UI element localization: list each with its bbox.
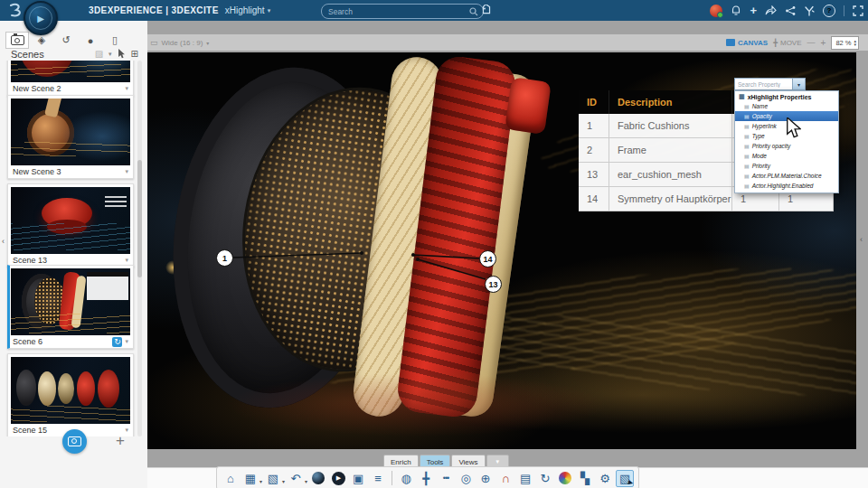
share-forward-icon[interactable]	[765, 5, 777, 15]
tag-icon[interactable]	[480, 5, 492, 16]
dropdown-item[interactable]: ▤Priority opacity	[735, 141, 838, 151]
spinner-arrows[interactable]: ▴ ▾	[854, 39, 856, 46]
scene-card[interactable]: Scene 15 ▾	[7, 353, 134, 436]
dropdown-item[interactable]: ▤Actor.Highlight.Enabled	[735, 181, 838, 191]
callout-hotspot[interactable]: 1	[216, 249, 233, 267]
play-icon: ▶	[332, 472, 345, 485]
grid-view-icon[interactable]: ⊞	[131, 49, 138, 59]
tab-environment[interactable]: ●	[79, 32, 102, 49]
rotate-object-button[interactable]: ↻	[536, 470, 554, 487]
header-actions: + ?	[710, 0, 863, 21]
help-icon[interactable]: ?	[823, 5, 835, 17]
scrollbar-thumb[interactable]	[137, 160, 142, 277]
render-sphere-button[interactable]	[309, 470, 327, 487]
aspect-ratio-control[interactable]: ▭ Wide (16 : 9) ▾	[150, 38, 209, 47]
tab-storyboard[interactable]: ▯	[103, 32, 127, 49]
item-label: Priority	[752, 163, 770, 169]
scene-card-selected[interactable]: Scene 6 ↻ ▾	[7, 265, 134, 349]
image-placeholder-icon[interactable]: ▨	[95, 49, 103, 59]
grid-plane-button[interactable]: ▤	[516, 470, 534, 487]
dropdown-button[interactable]: ▾	[792, 79, 805, 89]
tab-scenes-camera[interactable]	[5, 32, 29, 49]
callout-number: 1	[222, 254, 227, 263]
add-scene-button[interactable]: +	[116, 432, 125, 450]
scene-thumbnail[interactable]	[11, 268, 130, 335]
app-switcher[interactable]: xHighlight ▾	[225, 5, 270, 15]
save-menu-caret[interactable]: ▾	[259, 478, 262, 484]
zoom-level-spinner[interactable]: 82 % ▴ ▾	[831, 36, 859, 50]
manipulator-button[interactable]: ╋	[417, 470, 435, 487]
scene-thumbnail[interactable]	[11, 61, 130, 82]
item-label: Actor.Highlight.Enabled	[752, 183, 814, 189]
share-nodes-icon[interactable]	[785, 5, 796, 16]
play-button[interactable]: ▶	[329, 470, 347, 487]
chevron-down-icon[interactable]: ▾	[125, 168, 128, 175]
property-search-input[interactable]	[735, 79, 792, 89]
chevron-down-icon[interactable]: ▾	[125, 85, 128, 92]
search-input[interactable]	[326, 6, 469, 17]
scenes-scrollbar[interactable]	[137, 61, 142, 436]
chevron-down-icon[interactable]: ▾	[125, 427, 128, 434]
dropdown-item[interactable]: ▤Actor.PLM.Material.Choice	[735, 171, 838, 181]
spin-down-icon[interactable]: ▾	[854, 42, 856, 46]
undo-button[interactable]: ↶	[287, 470, 305, 487]
image-export-button[interactable]: ▣	[349, 470, 367, 487]
tab-history[interactable]: ↺	[54, 32, 78, 49]
scene-card[interactable]: New Scene 2 ▾	[7, 61, 134, 96]
canvas-mode-button[interactable]: CANVAS	[726, 39, 768, 47]
scene-label-row[interactable]: New Scene 2 ▾	[11, 82, 130, 95]
chevron-down-icon[interactable]: ▾	[108, 51, 112, 58]
undo-menu-caret[interactable]: ▾	[305, 478, 307, 484]
zoom-in-button[interactable]: +	[821, 38, 826, 48]
dropdown-item[interactable]: ▤Mode	[735, 151, 838, 161]
swym-community-icon[interactable]	[804, 5, 815, 16]
item-label: Hyperlink	[752, 123, 777, 129]
target-button[interactable]: ◎	[457, 470, 475, 487]
search-icon[interactable]	[469, 7, 478, 16]
home-button[interactable]: ⌂	[222, 470, 240, 487]
scene-thumbnail[interactable]	[11, 357, 130, 424]
move-label: MOVE	[780, 39, 802, 47]
fullscreen-icon[interactable]	[853, 5, 863, 16]
scene-card[interactable]: Scene 13 ▾	[7, 183, 134, 267]
capture-scene-button[interactable]	[62, 429, 87, 454]
top-bar: ▶ 3DEXPERIENCE | 3DEXCITE xHighlight ▾ +	[0, 0, 868, 21]
scenes-header-actions: ▨ ▾ ⊞	[95, 49, 138, 59]
chevron-down-icon[interactable]: ▾	[125, 257, 128, 264]
notifications-bell-icon[interactable]	[731, 5, 741, 16]
select-cursor-icon[interactable]	[118, 49, 126, 59]
select-highlight-tool-button[interactable]: ▧ ▶	[616, 470, 634, 487]
move-tool-button[interactable]: ╋ MOVE	[773, 39, 801, 47]
compass-logo[interactable]: ▶	[24, 1, 58, 35]
property-icon: ▤	[744, 183, 750, 189]
zoom-out-button[interactable]: —	[807, 38, 816, 47]
export-3d-button[interactable]: ▧	[264, 470, 282, 487]
item-label: Name	[752, 103, 768, 109]
refresh-icon[interactable]: ↻	[112, 337, 122, 347]
magnet-button[interactable]: ∩	[496, 470, 514, 487]
scene-label-row[interactable]: New Scene 3 ▾	[11, 165, 130, 178]
export-menu-caret[interactable]: ▾	[282, 478, 285, 484]
material-picker-button[interactable]: ◍	[397, 470, 415, 487]
scene-card[interactable]: New Scene 3 ▾	[7, 95, 134, 179]
callout-hotspot[interactable]: 14	[479, 250, 496, 267]
dropdown-item[interactable]: ▤Priority	[735, 161, 838, 171]
dropdown-item[interactable]: ▤Name	[735, 101, 838, 111]
user-avatar[interactable]	[710, 5, 722, 17]
scene-thumbnail[interactable]	[11, 99, 130, 165]
collapse-right-chevron[interactable]: ‹	[860, 235, 863, 244]
add-content-button[interactable]: +	[750, 5, 757, 16]
save-button[interactable]: ▦	[241, 470, 259, 487]
more-options-button[interactable]: •••	[437, 470, 455, 487]
color-wheel-button[interactable]	[556, 470, 574, 487]
chevron-down-icon[interactable]: ▾	[125, 338, 128, 345]
arrange-parts-button[interactable]: ▚	[576, 470, 594, 487]
callout-hotspot[interactable]: 13	[485, 276, 502, 293]
collapse-left-chevron[interactable]: ‹	[2, 237, 5, 246]
globe-button[interactable]: ⊕	[476, 470, 495, 487]
scene-thumbnail[interactable]	[11, 187, 130, 254]
settings-tool-button[interactable]: ⚙	[596, 470, 614, 487]
scene-label-row[interactable]: Scene 6 ↻ ▾	[11, 335, 130, 348]
list-properties-button[interactable]: ≡	[369, 470, 387, 487]
render-canvas[interactable]: 1 14 13 ID Description 1 Fabric Cushions…	[147, 52, 856, 449]
